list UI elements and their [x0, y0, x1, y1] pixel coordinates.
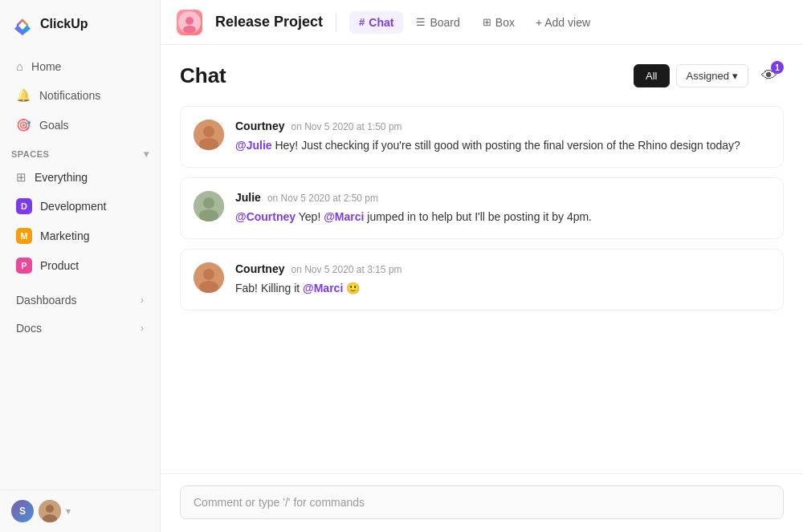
sidebar-item-notifications[interactable]: 🔔 Notifications: [5, 81, 155, 110]
tab-box[interactable]: ⊞ Box: [473, 11, 524, 34]
comment-box-area: Comment or type '/' for commands: [161, 473, 803, 532]
goals-icon: 🎯: [16, 118, 31, 132]
message-meta-3: Courtney on Nov 5 2020 at 3:15 pm: [235, 262, 770, 275]
message-card-1: Courtney on Nov 5 2020 at 1:50 pm @Julie…: [180, 106, 784, 168]
mention-julie: @Julie: [235, 139, 272, 152]
message-author-3: Courtney: [235, 262, 284, 275]
view-tabs: # Chat ☰ Board ⊞ Box + Add view: [349, 11, 598, 34]
sidebar-item-docs[interactable]: Docs ›: [5, 315, 155, 342]
svg-point-10: [203, 197, 214, 209]
courtney-avatar-3: [194, 262, 224, 293]
topbar: Release Project # Chat ☰ Board ⊞ Box + A…: [161, 0, 803, 45]
app-name: ClickUp: [40, 17, 88, 31]
sidebar-footer: S ▾: [0, 489, 160, 532]
chat-header: Chat All Assigned ▾ 👁 1: [180, 61, 784, 90]
clickup-logo-icon: [11, 13, 34, 35]
avatar-s[interactable]: S: [11, 500, 34, 522]
sidebar-item-product-label: Product: [40, 259, 79, 272]
message-author-2: Julie: [235, 191, 261, 204]
julie-avatar-icon: [194, 191, 224, 221]
message-meta-1: Courtney on Nov 5 2020 at 1:50 pm: [235, 120, 770, 132]
sidebar-item-notifications-label: Notifications: [39, 89, 100, 102]
sidebar-item-goals-label: Goals: [39, 119, 69, 132]
add-view-button[interactable]: + Add view: [528, 11, 598, 34]
mention-courtney: @Courtney: [235, 210, 296, 223]
marketing-dot: M: [16, 228, 32, 244]
mention-marci-1: @Marci: [324, 210, 364, 223]
hash-icon: #: [359, 16, 365, 28]
message-content-1: Courtney on Nov 5 2020 at 1:50 pm @Julie…: [235, 120, 770, 154]
assigned-chevron-icon: ▾: [732, 70, 738, 82]
home-icon: ⌂: [16, 59, 23, 73]
avatar-user[interactable]: [39, 500, 61, 522]
sidebar-item-product[interactable]: P Product: [5, 251, 155, 280]
box-icon: ⊞: [483, 16, 491, 28]
courtney-avatar-1: [194, 120, 224, 150]
spaces-collapse-chevron[interactable]: ▾: [144, 148, 149, 160]
tab-board[interactable]: ☰ Board: [406, 11, 469, 34]
sidebar-item-dashboards[interactable]: Dashboards ›: [5, 286, 155, 314]
message-time-2: on Nov 5 2020 at 2:50 pm: [267, 193, 378, 204]
message-time-1: on Nov 5 2020 at 1:50 pm: [291, 121, 402, 132]
logo[interactable]: ClickUp: [0, 0, 160, 48]
spaces-section-header: Spaces ▾: [0, 140, 160, 163]
sidebar-item-everything[interactable]: ⊞ Everything: [5, 164, 155, 191]
message-author-1: Courtney: [235, 120, 284, 132]
message-text-3: Fab! Killing it @Marci 🙂: [235, 280, 770, 297]
sidebar-item-docs-label: Docs: [16, 322, 42, 335]
svg-point-5: [183, 26, 196, 34]
sidebar-item-goals[interactable]: 🎯 Goals: [5, 111, 155, 140]
comment-placeholder: Comment or type '/' for commands: [194, 496, 365, 509]
filter-assigned-dropdown[interactable]: Assigned ▾: [676, 64, 748, 87]
project-title: Release Project: [215, 14, 323, 30]
courtney-avatar-icon-3: [194, 262, 224, 293]
mention-marci-2: @Marci: [303, 282, 343, 294]
sidebar-item-everything-label: Everything: [35, 171, 88, 184]
sidebar-navigation: ⌂ Home 🔔 Notifications 🎯 Goals Spaces ▾ …: [0, 48, 160, 489]
tab-chat-label: Chat: [369, 16, 393, 29]
message-meta-2: Julie on Nov 5 2020 at 2:50 pm: [235, 191, 770, 204]
message-card-3: Courtney on Nov 5 2020 at 3:15 pm Fab! K…: [180, 249, 784, 311]
svg-point-7: [203, 126, 214, 137]
project-avatar-icon: [178, 11, 201, 34]
message-text-2: @Courtney Yep! @Marci jumped in to help …: [235, 209, 770, 225]
footer-chevron-icon[interactable]: ▾: [66, 506, 71, 517]
svg-point-13: [203, 269, 214, 280]
messages-list: Courtney on Nov 5 2020 at 1:50 pm @Julie…: [180, 106, 784, 473]
chat-filters: All Assigned ▾: [634, 64, 748, 87]
tab-board-label: Board: [430, 16, 459, 29]
tab-box-label: Box: [495, 16, 515, 29]
sidebar-item-development-label: Development: [40, 200, 107, 213]
svg-point-4: [185, 17, 194, 25]
chat-page-title: Chat: [180, 63, 226, 88]
message-text-1: @Julie Hey! Just checking if you're stil…: [235, 137, 770, 154]
spaces-label: Spaces: [11, 149, 49, 159]
chat-section: Chat All Assigned ▾ 👁 1: [161, 45, 803, 473]
comment-input[interactable]: Comment or type '/' for commands: [180, 485, 784, 519]
sidebar-item-development[interactable]: D Development: [5, 192, 155, 221]
add-view-label: + Add view: [536, 16, 590, 29]
sidebar-item-home-label: Home: [31, 60, 61, 73]
sidebar-item-marketing[interactable]: M Marketing: [5, 221, 155, 250]
svg-point-1: [46, 505, 54, 513]
sidebar-item-dashboards-label: Dashboards: [16, 294, 77, 307]
watchers-badge: 1: [771, 61, 784, 74]
development-dot: D: [16, 198, 32, 214]
filter-all-button[interactable]: All: [634, 64, 669, 87]
everything-grid-icon: ⊞: [16, 170, 26, 185]
topbar-divider: [336, 13, 336, 32]
message-card-2: Julie on Nov 5 2020 at 2:50 pm @Courtney…: [180, 177, 784, 239]
watchers-button[interactable]: 👁 1: [755, 61, 784, 90]
tab-chat[interactable]: # Chat: [349, 11, 403, 34]
sidebar: ClickUp ⌂ Home 🔔 Notifications 🎯 Goals S…: [0, 0, 161, 532]
user-avatar-icon: [39, 500, 61, 522]
sidebar-item-home[interactable]: ⌂ Home: [5, 52, 155, 80]
message-content-3: Courtney on Nov 5 2020 at 3:15 pm Fab! K…: [235, 262, 770, 297]
project-icon: [177, 10, 202, 35]
dashboards-chevron-icon: ›: [141, 294, 144, 306]
message-content-2: Julie on Nov 5 2020 at 2:50 pm @Courtney…: [235, 191, 770, 225]
message-time-3: on Nov 5 2020 at 3:15 pm: [291, 264, 402, 275]
product-dot: P: [16, 258, 32, 274]
sidebar-item-marketing-label: Marketing: [40, 229, 89, 242]
courtney-avatar-icon-1: [194, 120, 224, 150]
